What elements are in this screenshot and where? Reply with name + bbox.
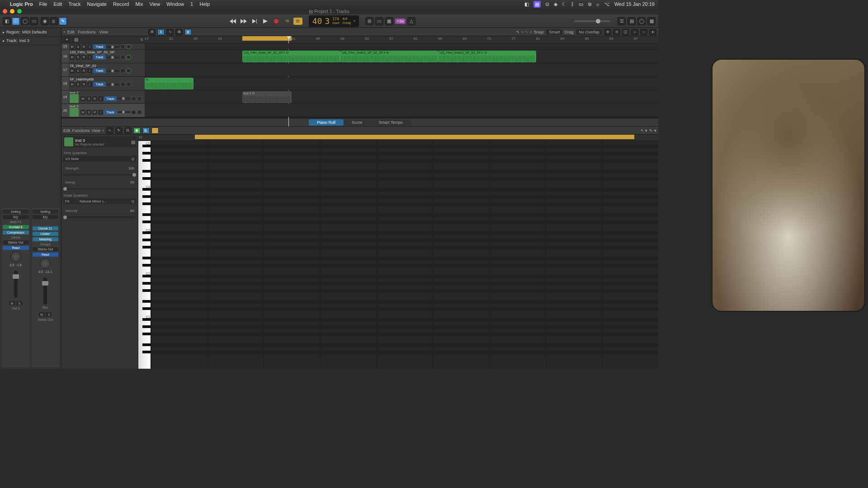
- bounce-label[interactable]: Bnc: [42, 306, 48, 309]
- record-enable-button[interactable]: [137, 110, 142, 115]
- status-icon[interactable]: ▦: [533, 1, 541, 8]
- traffic-lights[interactable]: [3, 9, 22, 14]
- disclosure-button[interactable]: ▤: [72, 37, 80, 42]
- menu-navigate[interactable]: Navigate: [87, 1, 107, 7]
- zoom-button[interactable]: ●: [649, 29, 656, 35]
- wifi-icon[interactable]: ⊚: [588, 1, 592, 7]
- track-lane[interactable]: 120_F#m_Viola_SP_02_SP.1 ⟲120_F#m_Violin…: [145, 50, 658, 63]
- toolbar-button[interactable]: ▭: [30, 17, 38, 25]
- eq-slot[interactable]: EQ: [33, 215, 59, 219]
- lcd-display[interactable]: 40 3 174 KEEP 4/4 Cmaj ▾: [309, 15, 359, 27]
- track-header[interactable]: MSRITrack: [69, 43, 145, 49]
- cycle-region[interactable]: [242, 36, 291, 41]
- track-row[interactable]: 18XF_HatVinyl08MSRITrack ⟲: [61, 77, 658, 90]
- black-key[interactable]: [142, 289, 151, 292]
- input-monitoring-button[interactable]: [120, 82, 125, 87]
- scale-type-dropdown[interactable]: Natural Minor (...Q: [78, 198, 136, 204]
- region[interactable]: 120_F#m_Violin1_SP_02_SP.1 ⟲: [340, 51, 438, 62]
- input-monitoring-button[interactable]: [131, 110, 136, 115]
- black-key[interactable]: [142, 221, 151, 223]
- status-icon[interactable]: ◧: [524, 1, 529, 7]
- black-key[interactable]: [142, 282, 151, 285]
- volume-fader[interactable]: [14, 271, 18, 298]
- forward-button[interactable]: [239, 18, 248, 25]
- zoom-icon[interactable]: [17, 9, 22, 14]
- black-key[interactable]: [142, 177, 151, 180]
- region[interactable]: Inst 2 ⟲: [242, 91, 291, 103]
- s-button[interactable]: S: [86, 110, 91, 115]
- play-button[interactable]: [261, 18, 270, 25]
- m-button[interactable]: M: [70, 44, 75, 49]
- record-enable-button[interactable]: [126, 82, 131, 87]
- track-mode-button[interactable]: Track: [93, 68, 106, 73]
- count-in-button[interactable]: ▦: [385, 17, 393, 25]
- track-lane[interactable]: ⟲: [145, 77, 658, 90]
- i-button[interactable]: I: [87, 55, 92, 60]
- r-button[interactable]: R: [81, 44, 86, 49]
- solo-button[interactable]: S: [46, 312, 52, 317]
- black-key[interactable]: [142, 351, 151, 353]
- replace-button[interactable]: ⧉: [293, 18, 302, 25]
- audio-fx-slot[interactable]: Limiter: [33, 232, 59, 236]
- black-key[interactable]: [142, 264, 151, 267]
- region-header[interactable]: ▸ Region: MIDI Defaults: [0, 28, 61, 37]
- functions-menu[interactable]: Functions: [78, 30, 96, 34]
- setting-slot[interactable]: Setting: [3, 210, 29, 214]
- i-button[interactable]: I: [87, 68, 92, 73]
- black-key[interactable]: [142, 257, 151, 259]
- audio-fx-slot[interactable]: Compressor: [3, 230, 29, 235]
- record-enable-button[interactable]: [137, 96, 142, 101]
- clock[interactable]: Wed 15 Jan 20:19: [614, 1, 655, 7]
- menu-1[interactable]: 1: [190, 1, 193, 7]
- tab-smart-tempo[interactable]: Smart Tempo: [371, 119, 411, 126]
- audio-fx-slot[interactable]: Metering: [33, 237, 59, 241]
- record-enable-button[interactable]: [126, 55, 131, 60]
- m-button[interactable]: M: [80, 96, 85, 101]
- track-row[interactable]: 16120_F#m_Viola_SP_02_SPMSRITrack120_F#m…: [61, 50, 658, 63]
- black-key[interactable]: [142, 213, 151, 216]
- track-header[interactable]: 120_F#m_Viola_SP_02_SPMSRITrack: [69, 50, 145, 63]
- tuner-button[interactable]: ⊞: [365, 17, 373, 25]
- search-icon[interactable]: ⌕: [596, 1, 599, 7]
- inspector-button[interactable]: ⓘ: [12, 17, 20, 25]
- zoom-button[interactable]: ○: [640, 29, 647, 35]
- zoom-button[interactable]: ⊖: [613, 29, 620, 35]
- smart-controls-button[interactable]: ◉: [41, 17, 49, 25]
- setting-slot[interactable]: Setting: [33, 210, 59, 214]
- pan-knob[interactable]: [40, 258, 51, 269]
- battery-icon[interactable]: ▭: [579, 1, 583, 7]
- automation-button[interactable]: ⫾: [157, 29, 165, 35]
- close-icon[interactable]: [3, 9, 7, 14]
- rewind-button[interactable]: [228, 18, 237, 25]
- mute-button[interactable]: M: [38, 312, 45, 317]
- view-menu[interactable]: View: [99, 30, 108, 34]
- menu-track[interactable]: Track: [68, 1, 80, 7]
- input-monitoring-button[interactable]: [120, 68, 125, 73]
- list-editors-button[interactable]: ☰: [618, 17, 626, 25]
- menu-edit[interactable]: Edit: [53, 1, 62, 7]
- pointer-tool-icon[interactable]: ↖ ▾: [641, 128, 648, 133]
- track-header[interactable]: 78_Vinyl_SP_02MSRITrack: [69, 63, 145, 76]
- input-monitoring-button[interactable]: [120, 44, 125, 49]
- notes-button[interactable]: ▤: [627, 17, 636, 25]
- pan-slider[interactable]: [107, 46, 119, 48]
- solo-button[interactable]: ▭: [375, 17, 383, 25]
- menu-window[interactable]: Window: [166, 1, 184, 7]
- swing-slider[interactable]: [63, 188, 136, 190]
- moon-icon[interactable]: ☾: [562, 1, 566, 7]
- control-center-icon[interactable]: ⌥: [604, 1, 610, 7]
- bluetooth-icon[interactable]: ᛒ: [571, 1, 574, 7]
- region[interactable]: 120_F#m_Viola_SP_02_SP.1 ⟲: [242, 51, 340, 62]
- black-key[interactable]: [142, 333, 151, 335]
- region[interactable]: ⟲: [145, 78, 193, 89]
- solo-header[interactable]: S: [141, 38, 143, 42]
- tab-piano-roll[interactable]: Piano Roll: [309, 119, 344, 126]
- pan-slider[interactable]: [107, 84, 119, 85]
- link-button[interactable]: ⊠: [175, 29, 183, 35]
- midi-in-button[interactable]: ◉: [133, 127, 141, 134]
- record-enable-button[interactable]: [126, 44, 131, 49]
- track-mode-button[interactable]: Track: [93, 55, 106, 60]
- track-lane[interactable]: [145, 43, 658, 49]
- r-button[interactable]: R: [81, 82, 86, 87]
- r-button[interactable]: R: [81, 68, 86, 73]
